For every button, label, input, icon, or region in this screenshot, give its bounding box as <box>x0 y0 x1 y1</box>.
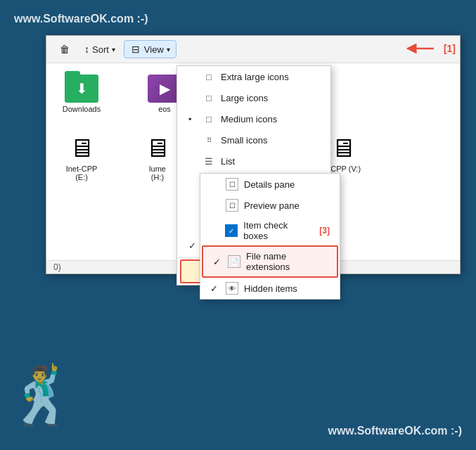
list-icon: ☰ <box>202 155 215 167</box>
file-label-downloads: Downloads <box>63 105 101 113</box>
menu-label-list: List <box>221 156 319 167</box>
menu-item-extra-large-icons[interactable]: □ Extra large icons <box>177 66 330 87</box>
delete-button[interactable]: 🗑 <box>53 41 76 58</box>
toolbar: 🗑 ↕ Sort ▾ ⊟ View ▾ [1] <box>46 36 460 63</box>
file-label-inet-cpp: Inet-CPP(E:) <box>66 165 98 181</box>
details-pane-icon: ☐ <box>226 178 238 191</box>
file-item-inet-cpp[interactable]: 🖥 Inet-CPP(E:) <box>53 130 110 186</box>
file-extensions-icon: 📄 <box>228 255 240 268</box>
view-icon: ⊟ <box>130 44 141 55</box>
check-hidden-items: ✓ <box>210 283 220 294</box>
extra-large-icons-icon: □ <box>202 70 215 83</box>
sort-icon: ↕ <box>84 44 89 55</box>
small-icons-icon: ⠿ <box>202 134 215 146</box>
menu-label-extra-large-icons: Extra large icons <box>221 72 319 82</box>
hidden-items-icon: 👁 <box>226 282 238 295</box>
file-label-videos: eos <box>158 105 171 113</box>
menu-label-medium-icons: Medium icons <box>221 114 319 124</box>
menu-item-medium-icons[interactable]: • □ Medium icons <box>177 108 330 129</box>
view-chevron: ▾ <box>167 46 170 53</box>
submenu-item-details-pane[interactable]: ☐ Details pane <box>200 174 340 195</box>
file-item-downloads[interactable]: ⬇ Downloads <box>53 70 110 117</box>
submenu-label-details-pane: Details pane <box>244 179 295 190</box>
watermark-top: www.SoftwareOK.com :-) <box>14 13 148 25</box>
submenu-item-hidden-items[interactable]: ✓ 👁 Hidden items <box>200 278 340 299</box>
submenu-label-preview-pane: Preview pane <box>244 200 300 211</box>
downloads-folder-icon: ⬇ <box>65 75 98 103</box>
submenu-item-preview-pane[interactable]: ☐ Preview pane <box>200 195 340 216</box>
sort-label: Sort <box>92 44 109 55</box>
check-compact: ✓ <box>188 240 200 251</box>
view-button[interactable]: ⊟ View ▾ <box>124 40 176 58</box>
red-arrow-icon <box>406 41 441 56</box>
check-medium: • <box>188 114 200 124</box>
watermark-bottom: www.SoftwareOK.com :-) <box>328 425 462 437</box>
check-boxes-icon: ✓ <box>225 224 238 237</box>
menu-item-small-icons[interactable]: ⠿ Small icons <box>177 129 330 150</box>
submenu-item-check-boxes[interactable]: ✓ Item check boxes [3] <box>200 216 340 245</box>
show-submenu: ☐ Details pane ☐ Preview pane ✓ Item che… <box>200 173 340 300</box>
submenu-label-check-boxes: Item check boxes <box>243 220 311 241</box>
label-3: [3] <box>319 226 330 236</box>
large-icons-icon: □ <box>202 91 215 104</box>
decorative-figure: 🕺 <box>7 363 77 429</box>
arrow-annotation: [1] <box>406 41 456 56</box>
sort-button[interactable]: ↕ Sort ▾ <box>79 41 121 58</box>
label-1: [1] <box>444 43 456 54</box>
menu-item-list[interactable]: ☰ List <box>177 150 330 172</box>
drive-icon-inet-cpp: 🖥 <box>65 134 98 162</box>
explorer-window: 🗑 ↕ Sort ▾ ⊟ View ▾ [1] <box>46 35 461 274</box>
delete-icon: 🗑 <box>59 44 70 55</box>
drive-icon-vcpp: 🖥 <box>326 134 360 162</box>
check-file-extensions: ✓ <box>213 257 222 267</box>
preview-pane-icon: ☐ <box>226 199 238 212</box>
submenu-item-file-extensions[interactable]: ✓ 📄 File name extensions <box>202 245 338 278</box>
drive-icon-volume-h: 🖥 <box>141 134 174 162</box>
status-text: 0) <box>53 262 61 272</box>
menu-label-large-icons: Large icons <box>221 93 319 103</box>
file-label-volume-h: lume(H:) <box>149 165 166 181</box>
menu-label-small-icons: Small icons <box>221 135 319 146</box>
sort-chevron: ▾ <box>112 46 115 53</box>
submenu-label-hidden-items: Hidden items <box>244 283 297 294</box>
submenu-label-file-extensions: File name extensions <box>246 251 327 272</box>
menu-item-large-icons[interactable]: □ Large icons <box>177 87 330 108</box>
medium-icons-icon: □ <box>202 112 215 125</box>
view-label: View <box>144 44 164 55</box>
